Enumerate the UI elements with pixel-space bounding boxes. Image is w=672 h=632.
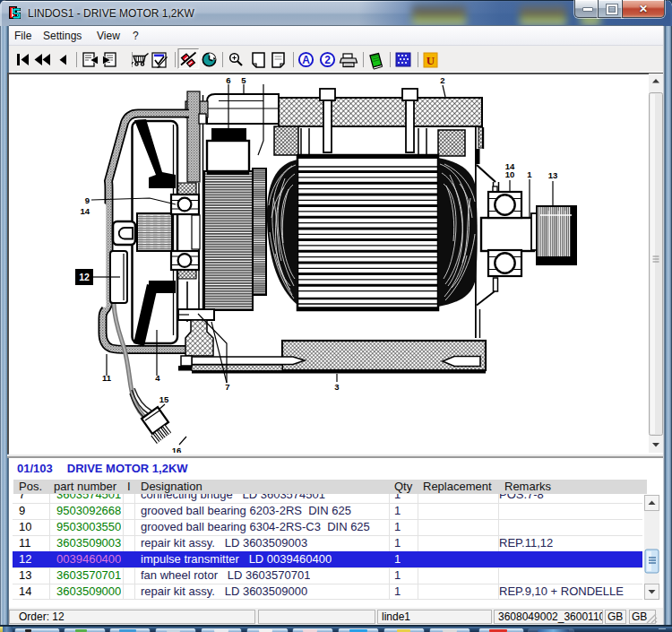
svg-text:A: A [302,54,310,66]
svg-text:10: 10 [505,169,515,179]
svg-text:5: 5 [241,75,246,85]
svg-text:1: 1 [527,169,532,179]
svg-text:9: 9 [85,195,90,205]
svg-text:12: 12 [79,272,90,282]
svg-text:14: 14 [80,206,90,216]
svg-text:2: 2 [440,75,444,85]
svg-text:2: 2 [324,54,331,66]
svg-text:7: 7 [225,382,229,392]
svg-text:13: 13 [548,170,558,180]
svg-text:4: 4 [155,373,160,383]
svg-text:3: 3 [334,382,339,392]
svg-text:16: 16 [172,446,182,453]
svg-text:U: U [426,54,435,67]
svg-text:15: 15 [159,394,169,404]
svg-text:6: 6 [226,75,230,85]
